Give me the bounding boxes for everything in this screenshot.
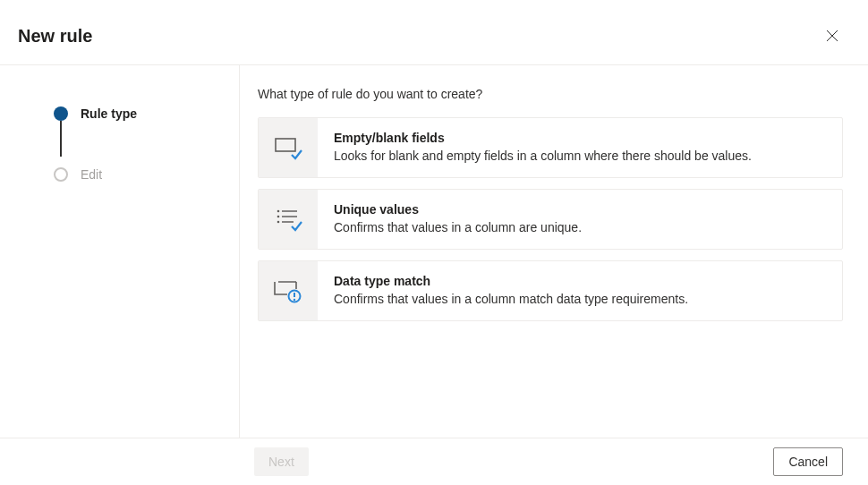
step-label: Rule type bbox=[81, 106, 137, 121]
dialog-footer: Next Cancel bbox=[0, 438, 868, 485]
rule-type-question: What type of rule do you want to create? bbox=[258, 87, 843, 101]
svg-point-7 bbox=[277, 221, 280, 224]
option-icon-cell bbox=[259, 190, 318, 249]
step-connector bbox=[60, 121, 62, 157]
option-body: Data type match Confirms that values in … bbox=[318, 261, 704, 320]
step-label: Edit bbox=[81, 167, 102, 182]
next-button[interactable]: Next bbox=[254, 447, 309, 476]
option-desc: Looks for blank and empty fields in a co… bbox=[334, 149, 752, 163]
option-body: Empty/blank fields Looks for blank and e… bbox=[318, 118, 768, 177]
svg-point-3 bbox=[277, 210, 280, 213]
svg-point-5 bbox=[277, 216, 280, 218]
option-desc: Confirms that values in a column match d… bbox=[334, 292, 688, 306]
page-title: New rule bbox=[18, 26, 92, 47]
empty-field-icon bbox=[274, 135, 302, 160]
option-title: Unique values bbox=[334, 202, 582, 217]
svg-point-13 bbox=[294, 299, 295, 301]
option-empty-blank-fields[interactable]: Empty/blank fields Looks for blank and e… bbox=[258, 117, 843, 178]
close-icon bbox=[826, 30, 838, 42]
cancel-button[interactable]: Cancel bbox=[773, 447, 843, 476]
main-panel: What type of rule do you want to create?… bbox=[240, 65, 868, 441]
dialog-header: New rule bbox=[0, 0, 868, 64]
option-body: Unique values Confirms that values in a … bbox=[318, 190, 598, 249]
step-indicator-active bbox=[54, 106, 68, 121]
option-desc: Confirms that values in a column are uni… bbox=[334, 220, 582, 234]
option-icon-cell bbox=[259, 118, 318, 177]
option-icon-cell bbox=[259, 261, 318, 320]
step-indicator-inactive bbox=[54, 167, 68, 182]
step-edit[interactable]: Edit bbox=[54, 162, 221, 187]
step-rule-type[interactable]: Rule type bbox=[54, 101, 221, 126]
svg-rect-2 bbox=[276, 139, 295, 151]
option-title: Data type match bbox=[334, 274, 688, 288]
option-unique-values[interactable]: Unique values Confirms that values in a … bbox=[258, 189, 843, 250]
data-type-match-icon bbox=[273, 278, 303, 303]
step-sidebar: Rule type Edit bbox=[0, 65, 240, 441]
option-title: Empty/blank fields bbox=[334, 131, 752, 145]
unique-values-icon bbox=[274, 207, 302, 232]
dialog-body: Rule type Edit What type of rule do you … bbox=[0, 65, 868, 441]
option-data-type-match[interactable]: Data type match Confirms that values in … bbox=[258, 260, 843, 321]
close-button[interactable] bbox=[818, 21, 847, 50]
